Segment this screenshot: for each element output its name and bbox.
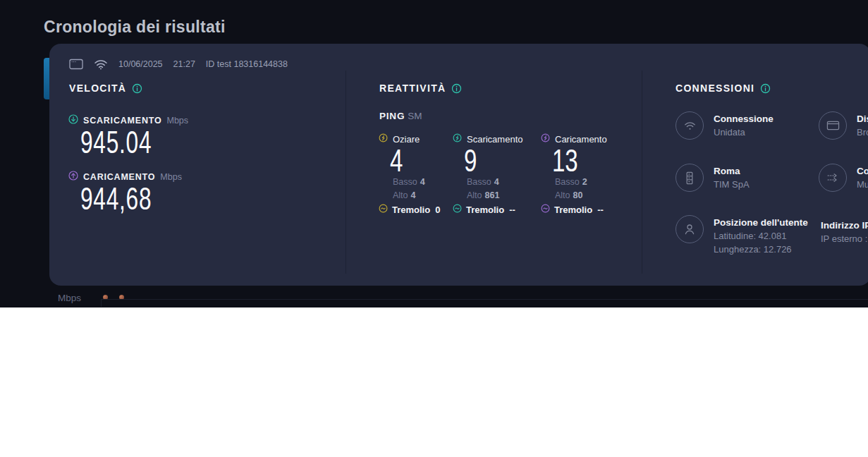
server-city: Roma	[714, 164, 750, 178]
reattivita-section-title: REATTIVITÀ	[379, 83, 462, 94]
ping-column-download: Scaricamento 9 Basso4 Alto861 Tremolio -…	[453, 133, 534, 145]
results-history-page: Cronologia dei risultati	[0, 0, 868, 457]
ping-icon	[379, 133, 388, 145]
velocita-section-title: VELOCITÀ	[69, 83, 142, 94]
ping-column-upload: Caricamento 13 Basso2 Alto80 Tremolio --	[541, 133, 622, 145]
ping-icon	[541, 133, 550, 145]
connection-item: Connessione Unidata	[676, 111, 774, 140]
connessioni-section-title: CONNESSIONI	[676, 83, 771, 94]
jitter-icon	[453, 204, 462, 215]
ip-address-item: Indirizzo IP IP esterno :	[821, 218, 868, 245]
ping-label-row: PINGSM	[379, 111, 422, 121]
device-title: Dispositivo	[857, 112, 868, 126]
connection-provider: Unidata	[714, 126, 774, 139]
multipath-icon	[819, 164, 847, 192]
chart-y-axis-label: Mbps	[58, 293, 81, 303]
selected-result-accent-bar	[44, 58, 49, 99]
upload-value: 944,68	[80, 183, 152, 214]
server-icon	[676, 164, 704, 192]
upload-icon	[68, 171, 78, 183]
server-item: Roma TIM SpA	[676, 164, 750, 192]
device-item: Dispositivo Browser	[819, 111, 868, 140]
info-icon[interactable]	[451, 83, 462, 94]
download-value: 945.04	[80, 127, 152, 158]
wifi-icon	[94, 59, 108, 70]
result-time: 21:27	[173, 59, 195, 69]
browser-window-icon	[69, 59, 83, 70]
external-ip-value: IP esterno :	[821, 232, 868, 245]
result-date: 10/06/2025	[118, 59, 163, 69]
user-icon	[676, 215, 704, 243]
chart-gridline	[101, 299, 868, 300]
ping-icon	[453, 133, 462, 145]
page-title: Cronologia dei risultati	[44, 18, 226, 37]
section-divider	[642, 71, 642, 274]
ping-value: 9	[464, 145, 477, 176]
user-location-item: Posizione dell'utente Latitudine: 42.081…	[676, 215, 808, 256]
device-browser: Browser	[857, 126, 868, 139]
multi-connection-item: Connessioni Multiple	[819, 164, 868, 192]
ping-value: 13	[552, 145, 578, 176]
result-meta-row: 10/06/2025 21:27 ID test 18316144838	[69, 56, 288, 72]
result-card: 10/06/2025 21:27 ID test 18316144838 VEL…	[49, 44, 868, 286]
jitter-icon	[379, 204, 388, 215]
server-provider: TIM SpA	[714, 178, 750, 191]
connection-title: Connessione	[714, 112, 774, 126]
ip-address-title: Indirizzo IP	[821, 219, 868, 232]
chart-axis-tick	[101, 299, 102, 307]
latitude-value: Latitudine: 42.081	[714, 229, 808, 243]
info-icon[interactable]	[760, 83, 771, 94]
longitude-value: Lunghezza: 12.726	[714, 243, 808, 256]
jitter-icon	[541, 204, 550, 215]
wifi-icon	[676, 111, 704, 140]
download-icon	[68, 114, 78, 126]
browser-icon	[819, 111, 847, 140]
multi-connection-title: Connessioni	[857, 164, 868, 178]
info-icon[interactable]	[132, 83, 142, 94]
result-test-id: ID test 18316144838	[206, 59, 288, 69]
multi-connection-mode: Multiple	[857, 178, 868, 191]
user-location-title: Posizione dell'utente	[714, 216, 808, 229]
ping-value: 4	[390, 145, 403, 176]
ping-column-idle: Oziare 4 Basso4 Alto4 Tremolio 0	[379, 133, 460, 145]
section-divider	[346, 71, 346, 274]
